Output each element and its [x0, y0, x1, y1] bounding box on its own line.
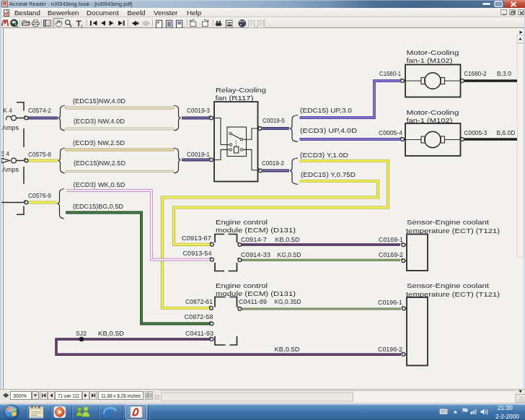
svg-text:Motor-Cooling: Motor-Cooling: [407, 48, 459, 56]
svg-text:B,6.0D: B,6.0D: [497, 129, 516, 136]
svg-text:Engine control: Engine control: [216, 218, 268, 226]
svg-text:temperature (ECT) (T121): temperature (ECT) (T121): [406, 290, 500, 298]
svg-text:C0169-1: C0169-1: [379, 236, 403, 243]
svg-text:(EDC15) Y,0.75D: (EDC15) Y,0.75D: [301, 171, 356, 178]
svg-text:temperature (ECT) (T121): temperature (ECT) (T121): [406, 227, 500, 235]
svg-text:(EDC15)NW,2.5D: (EDC15)NW,2.5D: [74, 159, 125, 167]
svg-text:C0019-2: C0019-2: [262, 159, 284, 167]
svg-text:C0411-89: C0411-89: [239, 298, 267, 305]
svg-text:Engine control: Engine control: [216, 281, 268, 289]
svg-text:C0019-1: C0019-1: [187, 151, 210, 158]
svg-text:C0019-5: C0019-5: [262, 117, 285, 124]
svg-text:C0914-7: C0914-7: [241, 236, 267, 243]
svg-text:(ECD3) WK,0.5D: (ECD3) WK,0.5D: [74, 181, 125, 188]
svg-text:Sensor-Engine coolant: Sensor-Engine coolant: [407, 281, 489, 289]
svg-text:C1680-1: C1680-1: [379, 70, 401, 77]
svg-text:SJ2: SJ2: [76, 330, 87, 337]
svg-text:Relay-Cooling: Relay-Cooling: [216, 86, 266, 94]
svg-text:C0169-2: C0169-2: [379, 251, 403, 258]
svg-text:C0411-93: C0411-93: [185, 330, 213, 337]
svg-text:C0914-33: C0914-33: [241, 251, 270, 258]
svg-text:(EDC15)NW,4.0D: (EDC15)NW,4.0D: [73, 97, 125, 105]
svg-text:11,68 x 8,26 inches: 11,68 x 8,26 inches: [101, 393, 141, 398]
svg-text:fan (R117): fan (R117): [216, 94, 254, 102]
svg-text:B,3.0: B,3.0: [497, 70, 511, 77]
svg-text:Motor-Cooling: Motor-Cooling: [407, 108, 459, 116]
svg-text:C0913-67: C0913-67: [182, 235, 211, 242]
svg-text:C0913-54: C0913-54: [183, 250, 212, 257]
svg-text:KB,0.5D: KB,0.5D: [275, 346, 300, 353]
svg-text:Sensor-Engine coolant: Sensor-Engine coolant: [407, 218, 489, 226]
svg-text:(ECD3) NW,4.0D: (ECD3) NW,4.0D: [74, 118, 125, 125]
svg-text:21:30: 21:30: [498, 405, 513, 411]
svg-text:C0005-4: C0005-4: [379, 129, 402, 136]
svg-text:(EDC15)BG,0.5D: (EDC15)BG,0.5D: [73, 203, 123, 210]
svg-text:(EDC15) UP,3.0: (EDC15) UP,3.0: [300, 107, 352, 114]
svg-text:C0576-9: C0576-9: [28, 192, 51, 199]
svg-text:KB,0.5D: KB,0.5D: [98, 330, 124, 337]
svg-text:C0196-2: C0196-2: [378, 346, 402, 353]
svg-text:C0872-61: C0872-61: [185, 298, 213, 305]
svg-text:(ECD3) NW,2.5D: (ECD3) NW,2.5D: [73, 139, 125, 146]
svg-text:C0196-1: C0196-1: [378, 299, 402, 306]
svg-text:C0005-3: C0005-3: [464, 129, 488, 136]
svg-text:C1680-2: C1680-2: [464, 70, 487, 77]
svg-text:module (ECM) (D131): module (ECM) (D131): [216, 289, 296, 297]
svg-text:C0872-58: C0872-58: [185, 313, 213, 320]
svg-text:Amps: Amps: [2, 124, 19, 131]
svg-text:2-2-2000: 2-2-2000: [495, 414, 519, 420]
svg-text:(ECD3) UP,4.0D: (ECD3) UP,4.0D: [300, 127, 357, 134]
svg-text:Amps: Amps: [2, 166, 19, 173]
svg-text:module (ECM) (D131): module (ECM) (D131): [216, 226, 296, 234]
svg-text:KG,0.35D: KG,0.35D: [275, 298, 301, 305]
svg-text:E 4: E 4: [1, 150, 10, 157]
svg-text:fan-1 (M102): fan-1 (M102): [407, 116, 453, 124]
svg-text:fan-1 (M102): fan-1 (M102): [407, 56, 453, 64]
svg-text:71 van 112: 71 van 112: [58, 393, 79, 398]
svg-text:C0575-8: C0575-8: [28, 151, 51, 158]
svg-text:KB,0.5D: KB,0.5D: [275, 236, 300, 243]
svg-text:(ECD3) Y,1.0D: (ECD3) Y,1.0D: [300, 152, 348, 159]
svg-text:C0019-3: C0019-3: [187, 107, 210, 114]
svg-text:K 4: K 4: [4, 107, 13, 114]
svg-text:300%: 300%: [13, 393, 27, 399]
svg-text:KG,0.5D: KG,0.5D: [278, 251, 301, 258]
svg-text:C0574-2: C0574-2: [28, 107, 51, 114]
